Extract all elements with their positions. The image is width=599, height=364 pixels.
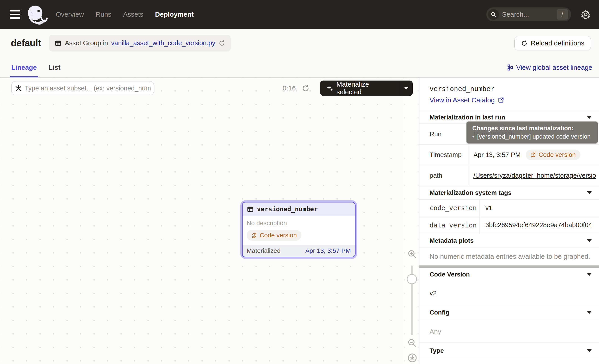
table-grid-icon <box>247 206 254 213</box>
caret-down-icon <box>587 239 592 242</box>
asset-group-file-link[interactable]: vanilla_asset_with_code_version.py <box>111 39 215 47</box>
section-type[interactable]: Type <box>419 343 599 358</box>
materialize-selected-button[interactable]: Materialize selected <box>320 80 400 96</box>
caret-down-icon <box>587 311 592 314</box>
hamburger-menu-icon[interactable] <box>10 10 20 19</box>
dagster-app: Overview Runs Assets Deployment / <box>0 0 599 364</box>
tab-list[interactable]: List <box>47 57 62 77</box>
row-timestamp: Timestamp Apr 13, 3:57 PM <box>419 145 599 165</box>
changes-since-last-materialization-tooltip: Changes since last materialization: • [v… <box>467 121 598 144</box>
materialize-dropdown-button[interactable] <box>400 80 413 96</box>
caret-down-icon <box>587 191 592 194</box>
asset-graph-filter-icon <box>15 85 22 92</box>
section-title: Materialization system tags <box>430 189 511 196</box>
view-global-asset-lineage-link[interactable]: View global asset lineage <box>507 57 592 77</box>
refresh-graph-icon[interactable] <box>301 84 310 93</box>
sidebar-asset-header: versioned_number View in Asset Catalog <box>419 78 599 111</box>
reload-definitions-label: Reload definitions <box>531 39 585 47</box>
code-version-badge-label: Code version <box>260 232 297 239</box>
lineage-graph-icon <box>507 64 513 71</box>
nav-link-runs[interactable]: Runs <box>96 11 111 18</box>
asset-subset-filter[interactable] <box>11 81 154 95</box>
config-value: Any <box>419 320 599 343</box>
section-title: Code Version <box>430 271 470 278</box>
caret-down-icon <box>587 349 592 352</box>
data-version-value: 3bfc269594ef649228e9a74bab00f04 <box>480 217 599 234</box>
search-shortcut-key: / <box>557 9 568 20</box>
materialized-time[interactable]: Apr 13, 3:57 PM <box>305 247 351 254</box>
section-title: Type <box>430 347 444 354</box>
panel-resize-handle[interactable] <box>419 265 599 268</box>
section-title: Materialization in last run <box>430 114 505 121</box>
materialize-selected-label: Materialize selected <box>336 80 394 96</box>
section-config[interactable]: Config <box>419 305 599 320</box>
code-version-value: v1 <box>480 199 599 216</box>
section-materialization-system-tags[interactable]: Materialization system tags <box>419 186 599 199</box>
nav-link-assets[interactable]: Assets <box>123 11 143 18</box>
view-in-asset-catalog-label: View in Asset Catalog <box>430 96 495 104</box>
tab-lineage[interactable]: Lineage <box>10 57 38 77</box>
zoom-out-icon[interactable] <box>407 338 417 348</box>
chevron-down-icon <box>404 87 408 89</box>
code-version-sync-icon <box>530 152 537 158</box>
gear-icon[interactable] <box>581 9 591 20</box>
zoom-slider-knob[interactable] <box>407 274 417 284</box>
page-header: default Asset Group in vanilla_asset_wit… <box>0 29 599 57</box>
lineage-canvas[interactable]: 0:16 Materialize selected <box>0 78 419 364</box>
content: 0:16 Materialize selected <box>0 78 599 364</box>
view-global-asset-lineage-label: View global asset lineage <box>516 64 592 71</box>
section-code-version[interactable]: Code Version <box>419 268 599 281</box>
row-data-version: data_version 3bfc269594ef649228e9a74bab0… <box>419 217 599 234</box>
asset-node-versioned-number[interactable]: versioned_number No description <box>242 202 355 257</box>
caret-down-icon <box>587 116 592 119</box>
dagster-logo <box>26 3 48 29</box>
asset-subset-input[interactable] <box>25 85 150 92</box>
asset-node-footer: Materialized Apr 13, 3:57 PM <box>243 245 355 257</box>
section-title: Metadata plots <box>430 237 474 244</box>
asset-sidebar: versioned_number View in Asset Catalog M… <box>419 78 599 364</box>
section-title: Config <box>430 309 449 316</box>
asset-node-description: No description <box>247 220 351 227</box>
zoom-in-icon[interactable] <box>407 249 417 259</box>
code-version-badge-label: Code version <box>539 151 576 158</box>
timestamp-value[interactable]: Apr 13, 3:57 PM <box>474 151 521 159</box>
reload-icon <box>521 40 528 47</box>
external-link-icon <box>498 97 504 104</box>
row-code-version: code_version v1 <box>419 199 599 217</box>
sidebar-asset-name: versioned_number <box>430 85 599 93</box>
asset-node-title: versioned_number <box>257 205 318 213</box>
materialize-split-button: Materialize selected <box>320 80 413 96</box>
asset-group-breadcrumb: Asset Group in vanilla_asset_with_code_v… <box>49 35 231 52</box>
primary-nav: Overview Runs Assets Deployment <box>56 11 194 18</box>
caret-down-icon <box>587 273 592 276</box>
asset-group-label: Asset Group in <box>65 39 108 47</box>
tooltip-bullet: • <box>472 133 474 140</box>
nav-right: / <box>486 8 599 21</box>
table-grid-icon <box>54 40 62 47</box>
nav-link-deployment[interactable]: Deployment <box>155 11 194 18</box>
tabs-row: Lineage List View global asset lineage <box>0 57 599 78</box>
code-version-badge[interactable]: Code version <box>247 230 301 241</box>
refresh-timer: 0:16 <box>283 81 296 95</box>
reload-definitions-button[interactable]: Reload definitions <box>514 36 591 50</box>
view-in-asset-catalog-link[interactable]: View in Asset Catalog <box>430 96 504 104</box>
row-label: path <box>419 165 469 186</box>
row-path: path /Users/sryza/dagster_home/storage/v… <box>419 165 599 186</box>
search-icon <box>488 9 499 20</box>
search-box[interactable]: / <box>486 8 571 21</box>
top-nav: Overview Runs Assets Deployment / <box>0 0 599 29</box>
download-image-icon[interactable] <box>407 353 418 363</box>
refresh-icon[interactable] <box>219 40 225 47</box>
sparkle-icon <box>326 85 333 92</box>
asset-node-body: No description Code version <box>243 216 355 245</box>
code-version-current-value: v2 <box>419 281 599 305</box>
row-label: Run <box>419 124 469 144</box>
code-version-badge[interactable]: Code version <box>526 150 580 160</box>
section-metadata-plots[interactable]: Metadata plots <box>419 234 599 247</box>
materialized-status-label: Materialized <box>247 247 281 254</box>
path-link[interactable]: /Users/sryza/dagster_home/storage/versio <box>474 172 596 179</box>
metadata-plots-empty-message: No numeric metadata entries available to… <box>419 247 599 265</box>
search-input[interactable] <box>502 11 554 18</box>
nav-link-overview[interactable]: Overview <box>56 11 84 18</box>
row-label: data_version <box>419 217 480 234</box>
